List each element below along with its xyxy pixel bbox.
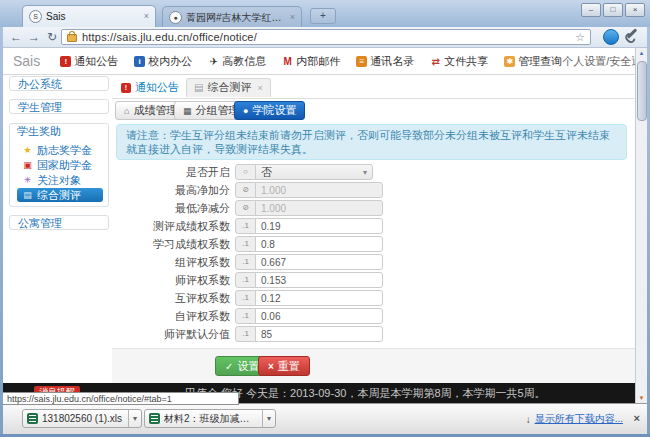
extension-icon[interactable] (603, 29, 619, 45)
sidebar-section-students[interactable]: 学生管理 (9, 99, 109, 114)
decimal-icon: .1 (235, 290, 256, 306)
reset-button[interactable]: × 重置 (258, 356, 310, 376)
wrench-menu-icon[interactable] (627, 28, 638, 39)
close-icon[interactable]: × (257, 83, 262, 93)
button-label: 分组管理 (196, 103, 240, 118)
content-tab-eval[interactable]: ▤ 综合测评 × (186, 78, 271, 97)
flower-icon: ✳ (22, 175, 33, 185)
sidebar-item-scholarship[interactable]: ★ 励志奖学金 (22, 143, 104, 157)
bookmark-star-icon[interactable]: ☆ (575, 31, 585, 44)
tab-favicon: S (29, 10, 42, 23)
new-tab-button[interactable]: + (310, 8, 336, 24)
maximize-button[interactable]: □ (603, 3, 623, 17)
nav-item-admin-query[interactable]: ✱管理查询 (504, 54, 562, 69)
page-scrollbar[interactable]: ▲ ▼ (635, 48, 647, 403)
form-row: 最高净加分 ⊘ (112, 182, 635, 198)
sidebar-section-dorm[interactable]: 公寓管理 (9, 215, 109, 230)
nav-item-highedu[interactable]: ✈高教信息 (208, 54, 266, 69)
eval-score-weight-input[interactable] (255, 218, 383, 234)
show-all-downloads-link[interactable]: 显示所有下载内容... (535, 412, 623, 426)
enable-select[interactable]: 否 ▾ (255, 164, 373, 180)
close-downloads-bar-button[interactable]: × (634, 412, 640, 424)
button-label: 重置 (278, 359, 300, 374)
form-row: 师评权系数 .1 (112, 272, 635, 288)
field-label: 师评默认分值 (112, 326, 230, 342)
forward-button[interactable]: → (26, 29, 42, 45)
scroll-down-arrow-icon[interactable]: ▼ (636, 395, 647, 401)
button-label: 成绩管理 (133, 103, 177, 118)
tab-label: 通知公告 (135, 80, 179, 95)
nav-label: 管理查询 (518, 54, 562, 69)
nav-item-contacts[interactable]: ≡通讯名录 (356, 54, 414, 69)
field-label: 学习成绩权系数 (112, 236, 230, 252)
form-row: 测评成绩权系数 .1 (112, 218, 635, 234)
download-item[interactable]: 材料2：班级加减分….xls ▾ (144, 409, 276, 428)
field-label: 是否开启 (112, 164, 230, 180)
sidebar-item-label: 国家助学金 (37, 158, 92, 173)
sidebar-item-comprehensive-eval[interactable]: ▤ 综合测评 (17, 188, 103, 202)
decimal-icon: .1 (235, 254, 256, 270)
minimize-button[interactable]: – (581, 3, 601, 17)
field-label: 测评成绩权系数 (112, 218, 230, 234)
address-bar[interactable]: https://sais.jlu.edu.cn/office/notice/ ☆ (61, 29, 591, 45)
sidebar-item-label: 关注对象 (37, 173, 81, 188)
sidebar-item-national-grant[interactable]: ▣ 国家助学金 (22, 158, 104, 172)
ban-icon: ⊘ (235, 200, 256, 216)
ban-icon: ⊘ (235, 182, 256, 198)
study-score-weight-input[interactable] (255, 236, 383, 252)
peer-eval-weight-input[interactable] (255, 290, 383, 306)
home-icon: ⌂ (124, 106, 129, 116)
back-button[interactable]: ← (8, 29, 24, 45)
scroll-up-arrow-icon[interactable]: ▲ (636, 50, 647, 56)
group-eval-weight-input[interactable] (255, 254, 383, 270)
sidebar-item-label: 励志奖学金 (37, 143, 92, 158)
close-window-button[interactable]: × (625, 3, 645, 17)
tab-title: 菁园网#吉林大学红色网站# (186, 11, 286, 25)
download-item[interactable]: 131802560 (1).xls ▾ (22, 409, 142, 428)
form-row: 组评权系数 .1 (112, 254, 635, 270)
plane-icon: ✈ (208, 56, 219, 67)
tab-label: 综合测评 (207, 80, 251, 95)
button-label: 设置 (237, 359, 259, 374)
chevron-down-icon[interactable]: ▾ (128, 410, 141, 427)
reload-button[interactable]: ↻ (44, 29, 60, 45)
app-brand: Sais (13, 53, 40, 69)
min-deduction-input[interactable] (255, 200, 383, 216)
downloads-bar: 131802560 (1).xls ▾ 材料2：班级加减分….xls ▾ ↓ 显… (3, 403, 647, 434)
max-bonus-input[interactable] (255, 182, 383, 198)
form-row: 自评权系数 .1 (112, 308, 635, 324)
nav-item-fileshare[interactable]: ⇄文件共享 (430, 54, 488, 69)
self-eval-weight-input[interactable] (255, 308, 383, 324)
sidebar-section-office[interactable]: 办公系统 (9, 76, 109, 91)
scrollbar-thumb[interactable] (637, 61, 647, 121)
tab-close-icon[interactable]: × (290, 13, 295, 22)
link-status-tooltip: https://sais.jlu.edu.cn/office/notice/#t… (3, 392, 239, 405)
content-tabbar: ! 通知公告 × ▤ 综合测评 × (112, 78, 635, 99)
college-settings-button[interactable]: ● 学院设置 (234, 101, 305, 120)
nav-item-mail[interactable]: M内部邮件 (282, 54, 340, 69)
nav-item-notices[interactable]: !通知公告 (60, 54, 118, 69)
nav-label: 文件共享 (444, 54, 488, 69)
browser-toolbar: ← → ↻ https://sais.jlu.edu.cn/office/not… (3, 27, 647, 48)
download-filename: 131802560 (1).xls (42, 413, 128, 424)
browser-tab-other[interactable]: ● 菁园网#吉林大学红色网站# × (162, 6, 302, 28)
sidebar-item-watch-list[interactable]: ✳ 关注对象 (22, 173, 104, 187)
tab-close-icon[interactable]: × (144, 12, 149, 21)
sidebar-section-awards: 学生奖助 ★ 励志奖学金 ▣ 国家助学金 ✳ 关注对象 ▤ 综合测评 (9, 123, 109, 207)
button-label: 学院设置 (252, 103, 296, 118)
nav-item-office[interactable]: i校内办公 (134, 54, 192, 69)
browser-tab-sais[interactable]: S Sais × (22, 5, 156, 27)
downloads-show-all[interactable]: ↓ 显示所有下载内容... (526, 412, 623, 426)
eval-toolbar: ⌂ 成绩管理 ▾ ▦ 分组管理 ▾ ● 学院设置 (112, 101, 635, 121)
download-filename: 材料2：班级加减分….xls (164, 412, 262, 426)
field-label: 组评权系数 (112, 254, 230, 270)
nav-label: 通讯名录 (370, 54, 414, 69)
teacher-eval-weight-input[interactable] (255, 272, 383, 288)
content-tab-notices[interactable]: ! 通知公告 × (114, 78, 197, 97)
field-label: 自评权系数 (112, 308, 230, 324)
sidebar-section-awards-header[interactable]: 学生奖助 (10, 124, 108, 139)
decimal-icon: .1 (235, 272, 256, 288)
excel-file-icon (27, 413, 38, 424)
chevron-down-icon[interactable]: ▾ (262, 410, 275, 427)
teacher-default-score-input[interactable] (255, 326, 383, 342)
